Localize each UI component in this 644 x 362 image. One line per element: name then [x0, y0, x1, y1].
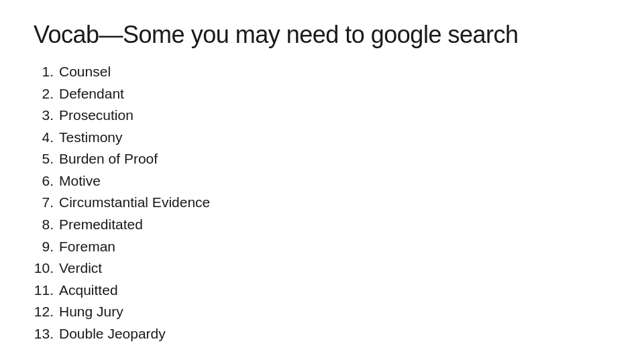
list-item: 11.Acquitted: [34, 280, 610, 302]
list-item: 5.Burden of Proof: [34, 148, 610, 170]
slide-title: Vocab—Some you may need to google search: [34, 20, 610, 49]
item-number: 11.: [34, 280, 59, 302]
item-text: Premeditated: [59, 214, 143, 236]
item-number: 7.: [34, 192, 59, 214]
slide: Vocab—Some you may need to google search…: [0, 0, 644, 362]
item-text: Circumstantial Evidence: [59, 192, 210, 214]
item-text: Hung Jury: [59, 301, 123, 323]
item-number: 3.: [34, 105, 59, 127]
item-text: Defendant: [59, 83, 124, 105]
item-text: Acquitted: [59, 280, 118, 302]
item-text: Motive: [59, 170, 101, 192]
item-number: 13.: [34, 323, 59, 345]
list-item: 1.Counsel: [34, 61, 610, 83]
list-item: 7.Circumstantial Evidence: [34, 192, 610, 214]
item-number: 8.: [34, 214, 59, 236]
list-item: 3.Prosecution: [34, 105, 610, 127]
item-number: 4.: [34, 127, 59, 149]
item-text: Counsel: [59, 61, 111, 83]
item-text: Burden of Proof: [59, 148, 158, 170]
list-item: 4.Testimony: [34, 127, 610, 149]
item-number: 5.: [34, 148, 59, 170]
item-number: 12.: [34, 301, 59, 323]
vocab-list: 1.Counsel2.Defendant3.Prosecution4.Testi…: [34, 61, 610, 345]
list-item: 8.Premeditated: [34, 214, 610, 236]
item-number: 10.: [34, 257, 59, 280]
item-number: 9.: [34, 236, 59, 258]
item-number: 2.: [34, 83, 59, 105]
item-number: 1.: [34, 61, 59, 83]
item-number: 6.: [34, 170, 59, 192]
list-item: 6.Motive: [34, 170, 610, 192]
item-text: Foreman: [59, 236, 115, 258]
item-text: Double Jeopardy: [59, 323, 166, 345]
list-item: 10.Verdict: [34, 257, 610, 280]
list-item: 13.Double Jeopardy: [34, 323, 610, 345]
item-text: Testimony: [59, 127, 123, 149]
item-text: Verdict: [59, 257, 102, 280]
list-item: 9.Foreman: [34, 236, 610, 258]
list-item: 2.Defendant: [34, 83, 610, 105]
list-item: 12.Hung Jury: [34, 301, 610, 323]
item-text: Prosecution: [59, 105, 133, 127]
